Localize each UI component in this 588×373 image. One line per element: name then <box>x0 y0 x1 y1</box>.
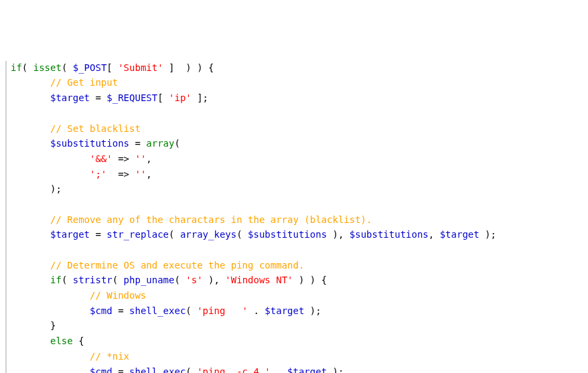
code-token: 'Submit' <box>118 62 163 73</box>
code-token: $_POST <box>73 62 107 73</box>
code-token: array <box>146 138 174 149</box>
code-token: . <box>248 305 265 316</box>
code-token: [ <box>157 92 169 103</box>
code-token: ); <box>327 366 344 374</box>
code-text: if( isset( $_POST[ 'Submit' ] ) ) { // G… <box>11 62 496 373</box>
code-token <box>11 153 90 164</box>
code-token: // Determine OS and execute the ping com… <box>50 260 304 271</box>
code-token: , <box>429 229 440 240</box>
code-token <box>11 260 50 271</box>
code-token <box>11 366 90 374</box>
code-token: else <box>50 335 73 346</box>
code-token: = <box>90 229 106 240</box>
code-token: => <box>113 153 135 164</box>
code-token: = <box>113 366 129 374</box>
code-token: ( <box>236 229 248 240</box>
code-token: if <box>50 275 62 285</box>
code-token: ( <box>186 305 197 316</box>
code-token: $substitutions <box>248 229 327 240</box>
code-block: if( isset( $_POST[ 'Submit' ] ) ) { // G… <box>5 61 583 373</box>
code-token: ';' <box>90 169 106 179</box>
code-token: , <box>146 153 151 164</box>
code-token: shell_exec <box>129 305 186 316</box>
code-token: [ <box>106 62 118 73</box>
code-token: ( <box>62 62 73 73</box>
code-token: 'ping ' <box>197 305 248 316</box>
code-token: { <box>73 335 84 346</box>
code-token <box>11 123 50 134</box>
code-token: ), <box>203 275 226 285</box>
code-token: ] ) ) { <box>163 62 214 73</box>
code-token: $substitutions <box>350 229 429 240</box>
code-token: if <box>11 62 22 73</box>
code-token: $substitutions <box>50 138 129 149</box>
code-token: => <box>106 169 135 179</box>
code-token: ) ) { <box>293 275 327 285</box>
code-token: isset <box>33 62 62 73</box>
code-token: '' <box>135 153 146 164</box>
code-token: 'ip' <box>169 92 192 103</box>
code-token <box>11 351 90 362</box>
code-token <box>11 290 90 301</box>
code-token: // Get input <box>50 77 118 88</box>
code-token: stristr <box>73 275 113 285</box>
code-token: $target <box>50 92 90 103</box>
code-token: // Set blacklist <box>50 123 141 134</box>
code-token <box>11 275 50 285</box>
code-token: $target <box>287 366 327 374</box>
code-token: 's' <box>186 275 202 285</box>
code-token: ( <box>174 138 179 149</box>
code-token: ( <box>62 275 73 285</box>
code-token <box>11 229 50 240</box>
code-token: ( <box>169 229 180 240</box>
code-token: '' <box>135 169 146 179</box>
code-token: 'ping -c 4 ' <box>197 366 271 374</box>
code-token <box>11 214 50 225</box>
code-token: ); <box>480 229 496 240</box>
code-token <box>11 138 50 149</box>
code-token: '&&' <box>90 153 113 164</box>
code-token: php_uname <box>124 275 175 285</box>
code-token: $cmd <box>90 305 113 316</box>
code-token: shell_exec <box>129 366 186 374</box>
code-token: $cmd <box>90 366 113 374</box>
code-token: array_keys <box>180 229 236 240</box>
code-token: . <box>271 366 287 374</box>
code-token: $_REQUEST <box>106 92 157 103</box>
code-token: ( <box>186 366 197 374</box>
code-token <box>11 305 90 316</box>
code-token: 'Windows NT' <box>225 275 293 285</box>
code-token: = <box>90 92 106 103</box>
code-token: $target <box>440 229 480 240</box>
code-token: ]; <box>192 92 208 103</box>
code-token <box>11 335 50 346</box>
code-token: = <box>113 305 129 316</box>
code-token: // *nix <box>90 351 129 362</box>
code-token: $target <box>50 229 90 240</box>
code-token: , <box>146 169 151 179</box>
code-token <box>11 169 90 179</box>
code-token: ( <box>174 275 186 285</box>
code-token <box>11 92 50 103</box>
code-token <box>11 77 50 88</box>
code-token: ); <box>304 305 321 316</box>
code-token: $target <box>265 305 304 316</box>
code-token: = <box>129 138 146 149</box>
code-token: ); <box>11 183 62 194</box>
code-token: ( <box>113 275 124 285</box>
code-token: ), <box>327 229 350 240</box>
code-token: // Remove any of the charactars in the a… <box>50 214 372 225</box>
code-token: str_replace <box>106 229 169 240</box>
code-token: // Windows <box>90 290 146 301</box>
code-token: ( <box>22 62 33 73</box>
code-token: } <box>11 320 56 331</box>
